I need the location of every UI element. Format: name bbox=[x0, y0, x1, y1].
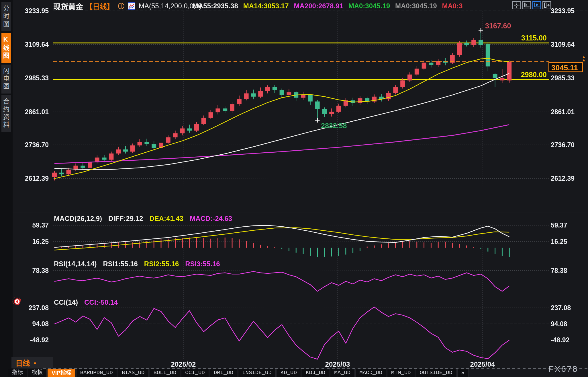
indicator-tab[interactable]: BARUPDN_UD bbox=[76, 369, 117, 377]
ma-value: MA200:2678.91 bbox=[294, 2, 343, 10]
watermark: FX678 bbox=[548, 364, 578, 374]
ma-value: MA14:3053.17 bbox=[243, 2, 289, 10]
alert-sun-icon[interactable] bbox=[14, 298, 20, 305]
indicator-tab[interactable]: 指标 bbox=[8, 369, 27, 377]
triangle-up-icon: ▲ bbox=[33, 360, 37, 365]
panel-toggle-icon[interactable] bbox=[542, 1, 551, 9]
sidebar-tab[interactable]: 分时图 bbox=[1, 2, 11, 31]
indicator-tab[interactable]: OUTSIDE_UD bbox=[416, 369, 456, 377]
axis-tick-right: 237.08 bbox=[551, 304, 571, 312]
macd-title-row: MACD(26,12,9) DIFF:29.12 DEA:41.43 MACD:… bbox=[54, 215, 232, 223]
ma-value: MA55:2935.38 bbox=[193, 2, 238, 10]
period-selector[interactable]: 日线 ▲ bbox=[11, 357, 53, 368]
rsi3-value: RSI3:55.16 bbox=[185, 260, 220, 268]
axis-play-icon[interactable] bbox=[532, 1, 541, 9]
axis-chart-icon[interactable] bbox=[522, 1, 531, 9]
indicator-tab[interactable]: MTM_UD bbox=[387, 369, 415, 377]
indicator-tab[interactable]: MACD_UD bbox=[355, 369, 386, 377]
mini-chart-icon[interactable] bbox=[128, 2, 135, 10]
axis-tick-right: 2861.01 bbox=[551, 108, 575, 116]
high-marker-label: 3167.60 bbox=[485, 22, 511, 30]
indicator-tabbar: 指标模板VIP指标BARUPDN_UDBIAS_UDBOLL_UDCCI_UDD… bbox=[8, 369, 469, 377]
x-axis-label: 2025/03 bbox=[325, 360, 350, 368]
rsi-title: RSI(14,14,14) bbox=[54, 260, 97, 268]
axis-tick-right: 2612.39 bbox=[551, 174, 575, 182]
indicator-tab[interactable]: BIAS_UD bbox=[118, 369, 149, 377]
price-up-arrows-icon: ▲▲ bbox=[582, 55, 586, 61]
app-root: 分时图K线图闪电图合约资料 现货黄金 【日线】 MA(55,14,200,0,0… bbox=[0, 0, 588, 377]
rsi1-value: RSI1:55.16 bbox=[103, 260, 138, 268]
ma-params: MA(55,14,200,0,0,0) bbox=[139, 2, 201, 10]
indicator-tab[interactable]: INSIDE_UD bbox=[238, 369, 276, 377]
sidebar-tab[interactable]: 合约资料 bbox=[1, 95, 11, 132]
indicator-tab[interactable]: BOLL_UD bbox=[150, 369, 181, 377]
axis-tick-right: 78.38 bbox=[551, 267, 567, 275]
axis-tick-right: 2985.33 bbox=[551, 74, 575, 82]
indicator-tab[interactable]: MA_UD bbox=[330, 369, 354, 377]
axis-tick-right: 3233.95 bbox=[551, 7, 575, 15]
sidebar-tab[interactable]: K线图 bbox=[1, 33, 11, 63]
cci-value: CCI:-50.14 bbox=[84, 298, 118, 306]
axis-tick-right: -48.92 bbox=[551, 336, 569, 344]
macd-dea-value: DEA:41.43 bbox=[149, 215, 183, 223]
indicator-tab[interactable]: 模板 bbox=[28, 369, 47, 377]
axis-tick-right: 16.25 bbox=[551, 238, 567, 246]
axis-tick-right: 59.37 bbox=[551, 221, 567, 229]
period-tag[interactable]: 【日线】 bbox=[85, 1, 114, 11]
indicator-tab[interactable]: VIP指标 bbox=[48, 369, 75, 377]
indicator-tab[interactable]: » bbox=[457, 369, 469, 377]
indicator-tab[interactable]: KD_UD bbox=[277, 369, 301, 377]
x-axis-label: 2025/04 bbox=[470, 360, 495, 368]
indicator-tab[interactable]: KDJ_UD bbox=[302, 369, 329, 377]
support-label[interactable]: 2980.00 bbox=[472, 71, 547, 79]
period-label: 日线 bbox=[15, 357, 30, 368]
chart-canvas[interactable] bbox=[0, 0, 588, 377]
sidebar: 分时图K线图闪电图合约资料 bbox=[0, 0, 13, 377]
macd-diff-value: DIFF:29.12 bbox=[108, 215, 143, 223]
indicator-tab[interactable]: DMI_UD bbox=[210, 369, 237, 377]
ma-value: MA0:3045.19 bbox=[348, 2, 390, 10]
rsi2-value: RSI2:55.16 bbox=[144, 260, 179, 268]
indicator-tab[interactable]: CCI_UD bbox=[181, 369, 209, 377]
low-marker-label: 2832.58 bbox=[321, 122, 347, 130]
circle-plus-icon[interactable] bbox=[118, 3, 124, 9]
x-axis-label: 2025/02 bbox=[171, 360, 196, 368]
rsi-title-row: RSI(14,14,14) RSI1:55.16 RSI2:55.16 RSI3… bbox=[54, 260, 220, 268]
last-price-badge: 3045.11 bbox=[548, 62, 583, 72]
cci-title: CCI(14) bbox=[54, 298, 78, 306]
sidebar-tab[interactable]: 闪电图 bbox=[1, 65, 11, 94]
axis-tick-right: 3109.64 bbox=[551, 40, 575, 48]
ma-value: MA0:3 bbox=[442, 2, 463, 10]
ma-values-row: MA55:2935.38MA14:3053.17MA200:2678.91MA0… bbox=[193, 2, 463, 10]
axis-tick-right: 94.08 bbox=[551, 320, 567, 328]
cci-title-row: CCI(14) CCI:-50.14 bbox=[54, 298, 118, 306]
macd-macd-value: MACD:-24.63 bbox=[190, 215, 232, 223]
ma-value: MA0:3045.19 bbox=[395, 2, 437, 10]
symbol-title: 现货黄金 bbox=[53, 1, 83, 11]
crosshair-icon[interactable] bbox=[512, 1, 521, 9]
chart-toolbar bbox=[512, 1, 551, 9]
chart-header: 现货黄金 【日线】 MA(55,14,200,0,0,0) bbox=[53, 2, 201, 10]
macd-title: MACD(26,12,9) bbox=[54, 215, 102, 223]
resistance-label[interactable]: 3115.00 bbox=[472, 34, 547, 42]
axis-tick-right: 2736.70 bbox=[551, 141, 575, 149]
